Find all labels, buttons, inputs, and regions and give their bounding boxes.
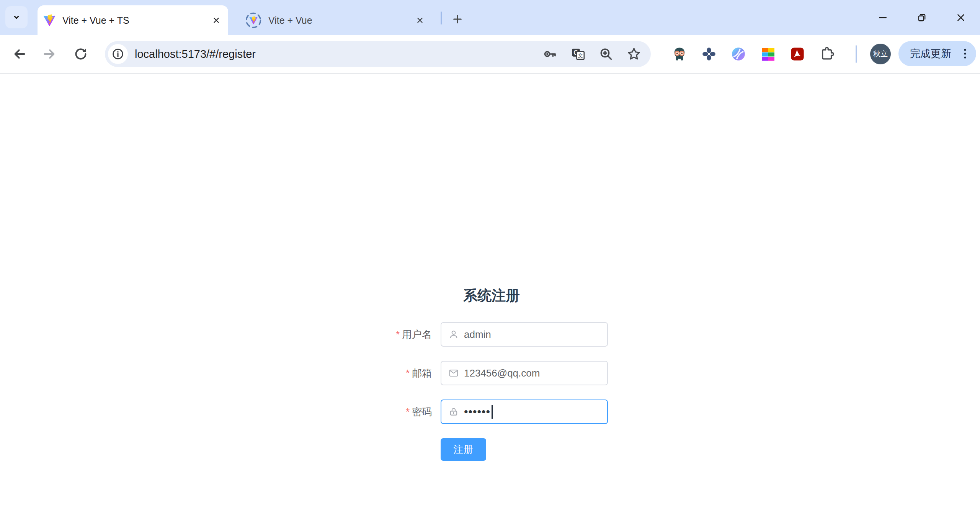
- register-form: 系统注册 *用户名 admin *邮箱: [375, 287, 608, 461]
- back-button[interactable]: [10, 45, 29, 63]
- key-icon: [543, 47, 557, 61]
- extensions-row: [671, 45, 835, 63]
- avatar-label: 秋立: [873, 49, 888, 59]
- email-label: *邮箱: [375, 367, 441, 380]
- window-controls: [871, 7, 972, 28]
- reload-button[interactable]: [72, 45, 90, 63]
- extension-acrobat-button[interactable]: [789, 46, 806, 62]
- tab-strip-divider: [441, 11, 442, 25]
- tab-search-button[interactable]: [5, 6, 28, 28]
- tab-close-icon[interactable]: [414, 15, 426, 26]
- menu-kebab-icon[interactable]: [960, 45, 970, 62]
- extensions-menu-button[interactable]: [818, 46, 835, 62]
- reload-icon: [74, 47, 88, 61]
- username-input[interactable]: admin: [441, 322, 608, 347]
- extension-skull-button[interactable]: [671, 46, 688, 62]
- update-label: 完成更新: [910, 47, 960, 61]
- extension-grid-button[interactable]: [760, 46, 776, 62]
- required-asterisk: *: [406, 367, 410, 379]
- mail-icon: [448, 368, 459, 378]
- required-asterisk: *: [406, 406, 410, 418]
- url-text[interactable]: localhost:5173/#/register: [135, 48, 531, 61]
- update-chrome-button[interactable]: 完成更新: [898, 41, 976, 66]
- email-row: *邮箱 123456@qq.com: [375, 361, 608, 385]
- new-tab-button[interactable]: [448, 10, 467, 29]
- tab-loading-ring: [245, 12, 261, 28]
- acrobat-icon: [789, 46, 805, 62]
- translate-icon: G 文: [571, 47, 585, 61]
- email-value: 123456@qq.com: [464, 367, 540, 379]
- forward-icon: [42, 47, 57, 61]
- address-bar[interactable]: localhost:5173/#/register G 文: [105, 41, 651, 67]
- toolbar-divider: [856, 45, 857, 63]
- password-manager-button[interactable]: [542, 46, 559, 62]
- forward-button[interactable]: [40, 45, 59, 63]
- lock-icon: [448, 406, 459, 417]
- bookmark-button[interactable]: [626, 46, 642, 62]
- minimize-icon: [877, 12, 888, 23]
- close-window-button[interactable]: [949, 7, 972, 28]
- username-label: *用户名: [375, 328, 441, 341]
- password-row: *密码 ••••••: [375, 400, 608, 424]
- zoom-button[interactable]: [598, 46, 614, 62]
- close-icon: [956, 12, 966, 23]
- translate-button[interactable]: G 文: [570, 46, 586, 62]
- tab-title: Vite + Vue: [268, 15, 414, 26]
- vite-logo-icon: [43, 14, 56, 26]
- bookmark-star-icon: [627, 47, 641, 61]
- skull-glasses-icon: [671, 46, 688, 62]
- minimize-button[interactable]: [871, 7, 894, 28]
- user-icon: [448, 329, 459, 340]
- username-row: *用户名 admin: [375, 322, 608, 347]
- required-asterisk: *: [396, 329, 400, 340]
- page-content: 系统注册 *用户名 admin *邮箱: [0, 74, 980, 524]
- tab-strip: Vite + Vue + TS Vite + Vue: [0, 0, 980, 35]
- password-input[interactable]: ••••••: [441, 400, 608, 424]
- browser-window: Vite + Vue + TS Vite + Vue: [0, 0, 980, 524]
- site-info-icon: [111, 47, 124, 61]
- restore-button[interactable]: [910, 7, 933, 28]
- username-value: admin: [464, 329, 491, 341]
- password-masked-value: ••••••: [464, 405, 490, 418]
- text-caret: [492, 405, 493, 419]
- restore-icon: [916, 12, 927, 23]
- back-icon: [12, 47, 27, 61]
- profile-avatar[interactable]: 秋立: [870, 44, 891, 64]
- tab-vite-vue[interactable]: Vite + Vue: [231, 5, 434, 35]
- browser-toolbar: localhost:5173/#/register G 文: [0, 35, 980, 74]
- color-grid-icon: [760, 46, 776, 62]
- tab-close-icon[interactable]: [211, 15, 222, 26]
- page-title: 系统注册: [375, 287, 608, 304]
- svg-text:文: 文: [578, 52, 583, 59]
- extension-sphere-button[interactable]: [730, 46, 747, 62]
- extension-clover-button[interactable]: [701, 46, 717, 62]
- clover-icon: [701, 46, 717, 62]
- email-input[interactable]: 123456@qq.com: [441, 361, 608, 385]
- striped-sphere-icon: [730, 46, 746, 62]
- register-button-label: 注册: [454, 443, 474, 456]
- site-info-button[interactable]: [108, 44, 128, 64]
- register-button[interactable]: 注册: [441, 438, 486, 461]
- chevron-down-icon: [11, 12, 22, 23]
- zoom-in-icon: [599, 47, 613, 61]
- extensions-puzzle-icon: [819, 46, 835, 62]
- tab-title: Vite + Vue + TS: [62, 15, 211, 26]
- tab-vite-vue-ts[interactable]: Vite + Vue + TS: [38, 5, 228, 35]
- plus-icon: [452, 13, 463, 25]
- password-label: *密码: [375, 405, 441, 419]
